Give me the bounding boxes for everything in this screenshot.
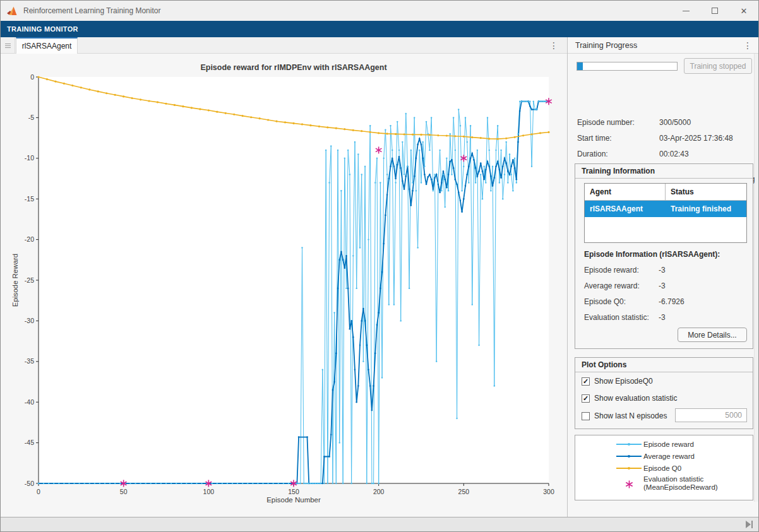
toolstrip-ribbon: TRAINING MONITOR <box>1 21 758 37</box>
checkbox-show-last-n-episodes[interactable]: ✓ Show last N episodes <box>582 411 667 420</box>
average-reward-label: Average reward: <box>584 281 640 290</box>
legend-evaluation-statistic: Evaluation statistic (MeanEpisodeReward) <box>643 475 718 492</box>
table-row[interactable]: rlSARSAAgent Training finished <box>585 201 746 217</box>
evaluation-statistic-label: Evaluation statistic: <box>584 313 649 322</box>
plot-options-group: Plot Options ✓ Show EpisodeQ0 ✓ Show eva… <box>575 357 753 429</box>
episode-number-value: 300/5000 <box>659 118 755 127</box>
panel-title: Training Progress <box>575 41 637 50</box>
svg-text:-15: -15 <box>25 195 34 203</box>
window-title: Reinforcement Learning Training Monitor <box>23 6 160 15</box>
tab-list-icon[interactable] <box>1 37 15 54</box>
svg-text:0: 0 <box>37 488 40 495</box>
episode-q0-label: Episode Q0: <box>584 297 626 306</box>
agent-column-header[interactable]: Agent <box>585 184 666 200</box>
training-information-group: Training Information Agent Status rlSARS… <box>575 163 753 349</box>
legend-episode-q0: Episode Q0 <box>643 464 681 473</box>
ribbon-tab-training-monitor[interactable]: TRAINING MONITOR <box>1 25 78 33</box>
training-progress-panel: Training Progress ⋮ Training stopped Epi… <box>567 37 759 517</box>
svg-text:-25: -25 <box>25 276 34 284</box>
duration-value: 00:02:43 <box>659 150 755 159</box>
episode-q0-value: -6.7926 <box>659 297 684 306</box>
training-stopped-button[interactable]: Training stopped <box>684 58 752 74</box>
svg-text:-30: -30 <box>25 317 34 324</box>
agent-status-table: Agent Status rlSARSAAgent Training finis… <box>584 183 747 243</box>
episode-number-label: Episode number: <box>577 118 635 127</box>
svg-text:300: 300 <box>543 488 554 495</box>
svg-text:-45: -45 <box>25 439 34 446</box>
svg-text:-20: -20 <box>25 235 34 243</box>
episode-information-title: Episode Information (rlSARSAAgent): <box>584 250 720 259</box>
panel-header: Training Progress ⋮ <box>568 37 759 54</box>
average-reward-value: -3 <box>659 281 666 290</box>
svg-text:-50: -50 <box>25 480 34 487</box>
tab-rlsarsaagent[interactable]: rlSARSAAgent <box>16 37 78 54</box>
document-tab-strip: rlSARSAAgent ⋮ <box>1 37 567 54</box>
svg-text:-35: -35 <box>25 357 34 365</box>
matlab-logo-icon <box>7 6 18 16</box>
checkbox-icon[interactable]: ✓ <box>582 412 590 420</box>
progress-fill <box>577 62 583 70</box>
table-header-row: Agent Status <box>585 184 746 201</box>
chart-legend: Episode reward Average reward Episode Q0… <box>575 435 753 500</box>
status-cell: Training finished <box>666 201 746 217</box>
svg-text:Episode Number: Episode Number <box>266 496 321 504</box>
svg-text:0: 0 <box>30 73 34 81</box>
start-time-value: 03-Apr-2025 17:36:48 <box>659 134 755 143</box>
evaluation-statistic-value: -3 <box>659 313 666 322</box>
agent-cell: rlSARSAAgent <box>585 201 666 217</box>
legend-episode-reward: Episode reward <box>643 440 694 449</box>
svg-text:250: 250 <box>458 488 470 495</box>
reward-chart: Episode reward for rlMDPEnv with rlSARSA… <box>1 54 567 517</box>
close-icon[interactable]: ✕ <box>729 1 758 21</box>
checkbox-icon[interactable]: ✓ <box>582 377 590 386</box>
svg-text:-40: -40 <box>25 398 34 406</box>
chart-document: Episode reward for rlMDPEnv with rlSARSA… <box>1 54 567 517</box>
start-time-label: Start time: <box>577 134 612 143</box>
training-information-header: Training Information <box>575 164 753 179</box>
skip-to-end-icon[interactable] <box>746 521 753 528</box>
training-progress-bar <box>577 62 678 71</box>
checkbox-show-evaluation-statistic[interactable]: ✓ Show evaluation statistic <box>582 394 677 403</box>
status-bar <box>1 517 758 532</box>
maximize-icon[interactable] <box>700 1 729 21</box>
minimize-icon[interactable] <box>671 1 700 21</box>
episode-q0-legend-swatch <box>616 468 642 469</box>
checkbox-icon[interactable]: ✓ <box>582 394 590 403</box>
legend-average-reward: Average reward <box>643 452 695 461</box>
checkbox-show-episodeq0[interactable]: ✓ Show EpisodeQ0 <box>582 377 653 386</box>
episode-reward-label: Episode reward: <box>584 266 639 275</box>
last-n-episodes-input[interactable] <box>675 408 747 422</box>
svg-text:Episode reward for rlMDPEnv wi: Episode reward for rlMDPEnv with rlSARSA… <box>200 63 387 72</box>
episode-reward-value: -3 <box>659 266 666 275</box>
svg-text:200: 200 <box>373 488 385 495</box>
status-column-header[interactable]: Status <box>666 184 746 200</box>
svg-text:150: 150 <box>288 488 299 495</box>
svg-text:-10: -10 <box>25 154 34 162</box>
title-bar: Reinforcement Learning Training Monitor … <box>1 1 758 21</box>
kebab-menu-icon[interactable]: ⋮ <box>743 40 752 50</box>
svg-text:100: 100 <box>203 488 215 495</box>
episode-reward-legend-swatch <box>616 444 642 445</box>
asterisk-icon <box>625 480 634 489</box>
plot-options-header: Plot Options <box>575 358 753 372</box>
svg-text:Episode Reward: Episode Reward <box>11 254 19 307</box>
more-details-button[interactable]: More Details... <box>678 328 747 342</box>
duration-label: Duration: <box>577 150 608 158</box>
app-window: Reinforcement Learning Training Monitor … <box>0 0 759 532</box>
svg-text:50: 50 <box>120 488 128 495</box>
svg-text:-5: -5 <box>28 114 34 121</box>
kebab-menu-icon[interactable]: ⋮ <box>549 37 558 54</box>
average-reward-legend-swatch <box>616 456 642 457</box>
